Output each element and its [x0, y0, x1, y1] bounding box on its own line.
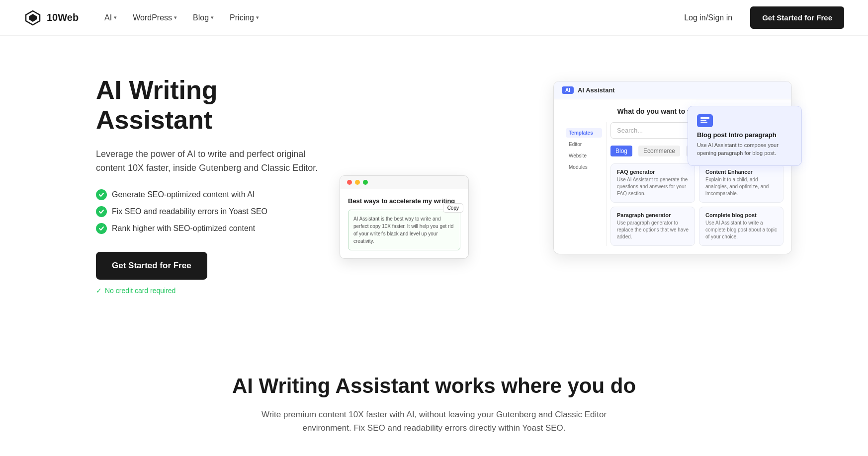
ai-card-3: Paragraph generator Use paragraph genera… — [610, 207, 695, 246]
ai-card-1-desc: Use AI Assistant to generate the questio… — [617, 176, 689, 197]
nav-item-blog[interactable]: Blog ▾ — [187, 9, 220, 26]
ai-window-title-text: AI Assistant — [578, 86, 615, 94]
login-button[interactable]: Log in/Sign in — [678, 9, 738, 26]
nav-item-ai[interactable]: AI ▾ — [98, 9, 123, 26]
ai-card-4-desc: Use AI Assistant to write a complete blo… — [705, 220, 777, 240]
section2-title: AI Writing Assistant works where you do — [24, 374, 844, 398]
section2-description: Write premium content 10X faster with AI… — [255, 408, 613, 435]
header: 10Web AI ▾ WordPress ▾ Blog ▾ Pricing ▾ … — [0, 0, 868, 36]
chevron-down-icon: ▾ — [114, 14, 117, 21]
svg-rect-5 — [700, 122, 707, 123]
hero-visual: AI AI Assistant What do you want to writ… — [364, 81, 792, 290]
editor-window-header — [340, 176, 468, 189]
chevron-down-icon: ▾ — [174, 14, 177, 21]
ai-sidebar-item-editor[interactable]: Editor — [566, 140, 602, 149]
feature-item-1: Generate SEO-optimized content with AI — [96, 189, 335, 200]
editor-body: Best ways to accelerate my writing Copy … — [340, 189, 468, 258]
ai-card-2: Content Enhancer Explain it to a child, … — [699, 163, 783, 203]
hero-description: Leverage the power of AI to write and pe… — [96, 147, 335, 176]
floating-card-title: Blog post Intro paragraph — [697, 131, 792, 139]
chevron-down-icon: ▾ — [211, 14, 214, 21]
copy-button[interactable]: Copy — [443, 203, 463, 213]
floating-card-icon — [697, 114, 713, 127]
main-nav: AI ▾ WordPress ▾ Blog ▾ Pricing ▾ — [98, 9, 265, 26]
editor-dot-yellow — [355, 180, 360, 185]
chevron-down-icon: ▾ — [256, 14, 259, 21]
editor-dot-red — [347, 180, 352, 185]
ai-sidebar-item-templates[interactable]: Templates — [566, 128, 602, 138]
floating-blog-post-card: Blog post Intro paragraph Use AI Assista… — [688, 106, 802, 166]
logo[interactable]: 10Web — [24, 9, 79, 27]
ai-card-4-title: Complete blog post — [705, 212, 777, 218]
ai-tab-ecommerce[interactable]: Ecommerce — [638, 146, 680, 156]
ai-card-2-desc: Explain it to a child, add analogies, an… — [705, 176, 777, 197]
header-right: Log in/Sign in Get Started for Free — [678, 6, 844, 29]
ai-card-4: Complete blog post Use AI Assistant to w… — [699, 207, 783, 246]
feature-item-3: Rank higher with SEO-optimized content — [96, 223, 335, 234]
section2: AI Writing Assistant works where you do … — [0, 334, 868, 455]
no-cc-check-icon: ✓ — [96, 287, 102, 295]
nav-item-pricing[interactable]: Pricing ▾ — [224, 9, 265, 26]
editor-dot-green — [363, 180, 368, 185]
header-cta-button[interactable]: Get Started for Free — [750, 6, 844, 29]
ai-cards-grid: FAQ generator Use AI Assistant to genera… — [610, 163, 783, 246]
ai-card-1-title: FAQ generator — [617, 169, 689, 175]
logo-text: 10Web — [47, 12, 79, 23]
header-left: 10Web AI ▾ WordPress ▾ Blog ▾ Pricing ▾ — [24, 9, 265, 27]
check-icon-1 — [96, 189, 107, 200]
no-credit-card-notice: ✓ No credit card required — [96, 287, 335, 295]
hero-features-list: Generate SEO-optimized content with AI F… — [96, 189, 335, 234]
logo-icon — [24, 9, 42, 27]
ai-badge: AI — [562, 86, 574, 94]
ai-window-header: AI AI Assistant — [554, 81, 791, 99]
check-icon-2 — [96, 206, 107, 217]
hero-content: AI Writing Assistant Leverage the power … — [96, 76, 335, 295]
ai-tab-blog[interactable]: Blog — [610, 146, 632, 156]
hero-section: AI Writing Assistant Leverage the power … — [36, 36, 832, 334]
ai-card-3-title: Paragraph generator — [617, 212, 689, 218]
ai-sidebar-item-modules[interactable]: Modules — [566, 162, 602, 172]
floating-card-desc: Use AI Assistant to compose your opening… — [697, 141, 792, 157]
hero-title: AI Writing Assistant — [96, 76, 335, 135]
ai-card-3-desc: Use paragraph generator to replace the o… — [617, 220, 689, 240]
check-icon-3 — [96, 223, 107, 234]
ai-sidebar: Templates Editor Website Modules — [562, 122, 607, 246]
hero-cta-button[interactable]: Get Started for Free — [96, 252, 207, 280]
nav-item-wordpress[interactable]: WordPress ▾ — [127, 9, 183, 26]
svg-rect-4 — [700, 120, 706, 121]
ai-card-2-title: Content Enhancer — [705, 169, 777, 175]
ai-sidebar-item-website[interactable]: Website — [566, 151, 602, 160]
editor-content-area: AI Assistant is the best way to write an… — [348, 210, 460, 250]
ai-card-1: FAQ generator Use AI Assistant to genera… — [610, 163, 695, 203]
editor-window: Best ways to accelerate my writing Copy … — [340, 175, 469, 259]
feature-item-2: Fix SEO and readability errors in Yoast … — [96, 206, 335, 217]
svg-rect-3 — [700, 117, 709, 119]
